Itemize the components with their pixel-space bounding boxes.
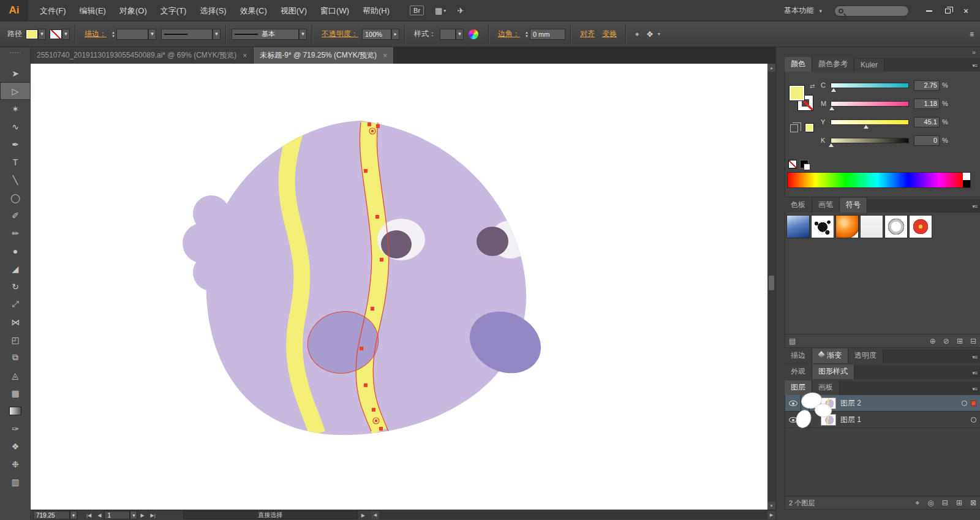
vertical-scrollbar[interactable]: ▲ ▼ [767,64,775,510]
new-symbol-icon[interactable]: ⊞ [957,337,963,345]
opacity-link[interactable]: 不透明度： [322,29,358,39]
scroll-right-icon[interactable]: ▶ [767,511,775,519]
brush-dropdown-icon[interactable]: ▼ [299,29,307,40]
target-circle-icon[interactable] [971,417,976,423]
menu-view[interactable]: 视图(V) [274,0,314,21]
document-tab-1-close-icon[interactable]: × [243,51,247,60]
transform-options-caret-icon[interactable]: ▾ [658,31,660,37]
status-menu-icon[interactable]: ▶ [358,513,369,518]
transform-options-icon[interactable]: ✥ [647,30,653,39]
workspace-switcher[interactable]: 基本功能 ▾ [784,6,822,16]
width-profile-dropdown-icon[interactable]: ▼ [213,29,221,40]
next-artboard-button[interactable]: ▶ [137,513,147,518]
scroll-left-icon[interactable]: ◀ [371,511,379,519]
tab-transparency[interactable]: 透明度 [848,349,883,363]
zoom-level-box[interactable]: 719.25 [33,511,70,519]
ink-splat-symbol[interactable] [811,215,834,238]
fill-color-dropdown-icon[interactable]: ▼ [38,29,46,40]
perspective-grid-tool[interactable]: ◬ [0,366,31,384]
arrange-documents-icon[interactable]: ▦ [435,6,442,15]
document-tab-1[interactable]: 25510740_20191130193055450089.ai* @ 69% … [31,47,254,64]
stroke-panel-link[interactable]: 描边： [85,29,107,39]
gradient-symbol[interactable] [786,215,810,238]
first-artboard-button[interactable]: |◀ [83,513,94,518]
menu-window[interactable]: 窗口(W) [314,0,356,21]
document-tab-2-close-icon[interactable]: × [383,51,387,60]
stepper-down-icon[interactable]: ▼ [111,34,115,38]
horizontal-scrollbar[interactable]: ◀ ▶ [371,511,775,519]
tab-symbols[interactable]: 符号 [840,198,867,213]
tab-brushes[interactable]: 画笔 [812,198,840,213]
width-profile-box[interactable] [161,29,213,40]
menu-help[interactable]: 帮助(H) [356,0,396,21]
artboard-dropdown-icon[interactable]: ▼ [130,511,137,519]
minimize-button[interactable] [920,4,938,18]
scale-tool[interactable]: ⤢ [0,295,31,313]
artboard-number-box[interactable]: 1 [104,511,130,519]
scroll-down-icon[interactable]: ▼ [767,502,775,510]
corner-link[interactable]: 边角： [498,29,520,39]
break-symbol-link-icon[interactable]: ⊘ [943,337,949,345]
free-transform-tool[interactable]: ◰ [0,331,31,349]
blend-tool[interactable]: ❖ [0,437,31,455]
tab-color[interactable]: 颜色 [785,57,812,72]
align-link[interactable]: 对齐 [580,29,595,39]
magenta-value-box[interactable]: 1.18 [914,99,940,109]
canvas[interactable] [31,64,767,510]
pen-tool[interactable]: ✒ [0,135,31,153]
tab-color-guide[interactable]: 颜色参考 [812,57,854,72]
black-value-box[interactable]: 0 [914,135,940,146]
magenta-slider-thumb[interactable] [829,107,834,110]
fill-color-swatch[interactable] [26,29,38,39]
stroke-weight-stepper[interactable]: ▲ ▼ [111,31,115,38]
delete-layer-icon[interactable]: ⊠ [970,499,976,507]
corner-stepper[interactable]: ▲ ▼ [525,31,529,38]
group1-panel-menu-icon[interactable]: ▾≡ [968,351,980,363]
style-swatch[interactable] [440,29,456,40]
tab-gradient[interactable]: 渐变 [812,349,848,363]
selection-indicator[interactable] [971,401,976,406]
recolor-artwork-icon[interactable] [469,29,478,39]
tab-swatches[interactable]: 色板 [785,198,812,213]
type-tool[interactable]: T [0,153,31,171]
gradient-tool[interactable] [0,402,31,420]
align-art-icon[interactable]: ⌖ [635,30,639,39]
black-white-swatches[interactable] [800,160,809,168]
eraser-tool[interactable]: ◢ [0,260,31,277]
color-panel-menu-icon[interactable]: ▾≡ [968,59,980,72]
paintbrush-tool[interactable]: ✐ [0,206,31,224]
status-tool-box[interactable]: 直接选择 [183,511,358,519]
search-input[interactable] [834,6,909,17]
symbol-sprayer-tool[interactable]: ❉ [0,455,31,473]
menu-select[interactable]: 选择(S) [193,0,233,21]
vertical-scroll-thumb[interactable] [769,276,774,290]
blob-brush-tool[interactable]: ● [0,242,31,260]
layer-row-1[interactable]: 图层 1 [785,412,980,428]
control-panel-menu-icon[interactable]: ≡ [970,30,974,39]
cyan-slider[interactable] [831,83,909,88]
document-tab-2[interactable]: 未标题-9* @ 719.25% (CMYK/预览) × [254,47,394,64]
yellow-value-box[interactable]: 45.1 [914,117,940,127]
tab-kuler[interactable]: Kuler [854,59,884,72]
cyan-slider-thumb[interactable] [831,88,836,92]
brush-definition-box[interactable]: 基本 [232,29,299,40]
restore-button[interactable] [938,4,957,18]
ring-symbol[interactable] [884,215,908,238]
target-circle-icon[interactable] [962,401,967,406]
blank-symbol[interactable] [860,215,883,238]
corner-value[interactable]: 0 mm [530,29,565,40]
none-color-swatch[interactable] [788,160,797,168]
zoom-dropdown-icon[interactable]: ▼ [70,511,77,519]
menu-effect[interactable]: 效果(C) [233,0,274,21]
magic-wand-tool[interactable]: ✶ [0,100,31,118]
opacity-value[interactable]: 100% [362,29,391,40]
cyan-value-box[interactable]: 2.75 [914,80,940,91]
locate-object-icon[interactable]: ⌖ [916,499,920,507]
stroke-weight-value[interactable] [116,29,148,40]
yellow-slider[interactable] [831,119,909,125]
arrange-documents-caret-icon[interactable]: ▾ [443,8,446,13]
fill-proxy-swatch[interactable] [789,85,805,101]
delete-symbol-icon[interactable]: ⊟ [970,337,976,345]
width-tool[interactable]: ⋈ [0,313,31,331]
stepper-down-icon[interactable]: ▼ [525,34,529,38]
